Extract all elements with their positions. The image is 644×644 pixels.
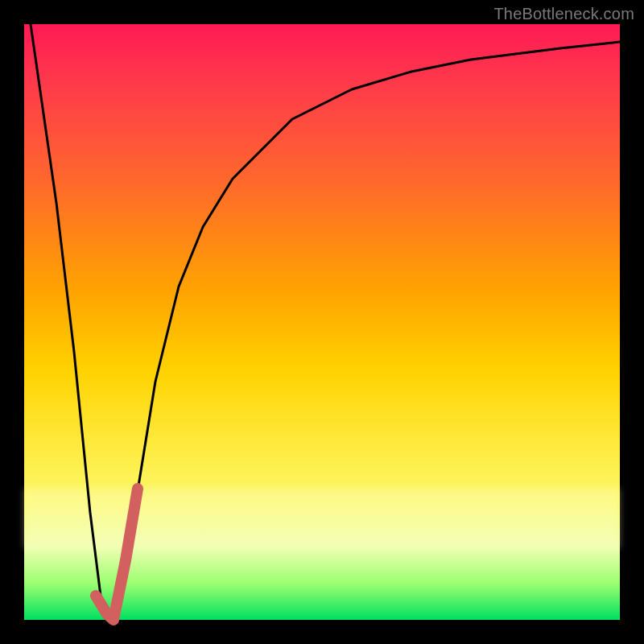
accent-nub (96, 489, 138, 620)
chart-frame: TheBottleneck.com (0, 0, 644, 644)
curve-layer (24, 24, 620, 620)
watermark-text: TheBottleneck.com (493, 5, 634, 23)
plot-area (24, 24, 620, 620)
bottleneck-curve (31, 24, 620, 620)
